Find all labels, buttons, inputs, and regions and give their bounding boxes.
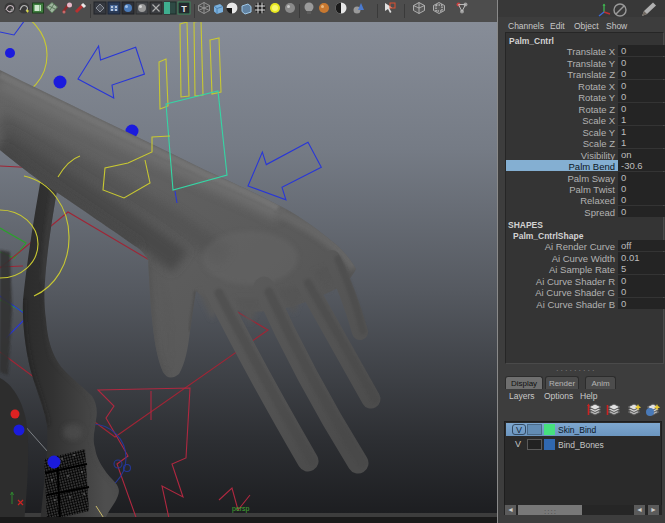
svg-text:persp: persp [232,505,250,513]
svg-text:T: T [181,4,187,14]
